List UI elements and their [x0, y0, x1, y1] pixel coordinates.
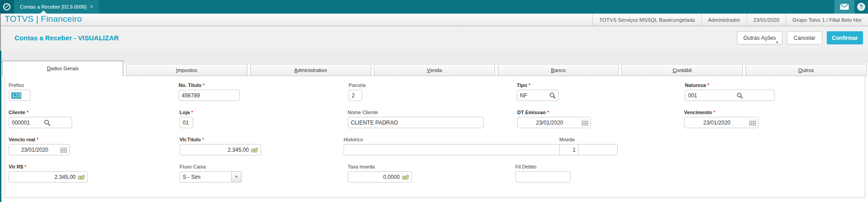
top-bar: Contas a Receber [02.9.0006] × ?	[0, 0, 868, 14]
close-tab-icon[interactable]: ×	[90, 4, 93, 10]
totvs-logo-icon[interactable]	[0, 0, 14, 14]
required-asterisk: *	[713, 110, 715, 115]
calendar-icon[interactable]	[749, 120, 756, 125]
vlr-titulo-field: Vlr.Titulo*	[179, 137, 261, 155]
nome-cliente-input[interactable]	[348, 117, 484, 128]
no-titulo-label: No. Titulo	[179, 82, 202, 88]
loja-input[interactable]	[179, 117, 193, 128]
vencto-real-label: Vencto real	[9, 137, 35, 142]
nome-cliente-label: Nome Cliente	[348, 110, 484, 115]
contas-a-receber-page: Contas a Receber [02.9.0006] × ? TOTVS |…	[0, 0, 868, 202]
dt-emissao-input[interactable]	[517, 117, 591, 128]
dados-gerais-panel: Prefixo 123 No. Titulo* Parcela Tipo* Na…	[5, 76, 865, 198]
other-actions-label: Outras Ações	[743, 35, 776, 41]
vlr-rs-field: Vlr R$*	[9, 164, 88, 183]
tipo-field: Tipo*	[517, 82, 558, 101]
company-branch-label[interactable]: Grupo Totvs 1 / Filial Belo Hor	[786, 14, 868, 26]
toolbar-buttons: Outras Ações ▼ Cancelar Confirmar	[737, 31, 863, 44]
form-tabs: Dados Gerais Impostos Administrativo Ven…	[2, 61, 867, 76]
money-icon[interactable]	[78, 174, 85, 180]
calendar-icon[interactable]	[582, 120, 588, 125]
fluxo-caixa-select[interactable]: S - Sim	[179, 171, 232, 183]
search-icon[interactable]	[549, 92, 556, 99]
search-icon[interactable]	[44, 120, 50, 126]
no-titulo-input[interactable]	[179, 90, 240, 101]
cliente-label: Cliente	[9, 110, 25, 115]
fil-debito-label: Fil.Debito	[515, 164, 571, 169]
chevron-down-icon[interactable]: ▼	[232, 171, 242, 183]
brand-title: TOTVS | Financeiro	[5, 14, 82, 24]
required-asterisk: *	[37, 137, 39, 142]
required-asterisk: *	[529, 82, 530, 88]
money-icon[interactable]	[251, 147, 258, 153]
brand-header: TOTVS | Financeiro TOTVS Serviços MSSQL …	[0, 14, 868, 26]
vlr-rs-label: Vlr R$	[9, 164, 23, 169]
parcela-field: Parcela	[349, 82, 362, 101]
loja-field: Loja*	[179, 110, 193, 128]
cliente-field: Cliente*	[9, 110, 72, 128]
search-icon[interactable]	[737, 92, 743, 99]
required-asterisk: *	[24, 164, 26, 169]
vencimento-input[interactable]	[684, 117, 759, 128]
required-asterisk: *	[191, 110, 193, 115]
content-left-edge	[0, 51, 1, 202]
natureza-label: Natureza	[685, 82, 706, 88]
no-titulo-field: No. Titulo*	[179, 82, 240, 101]
selected-text: 123	[11, 92, 21, 99]
fluxo-caixa-field: Fluxo Caixa S - Sim ▼	[179, 164, 242, 183]
money-icon[interactable]	[402, 174, 409, 180]
moeda-label: Moeda	[559, 137, 579, 142]
calendar-icon[interactable]	[60, 147, 67, 153]
chevron-down-icon: ▼	[776, 41, 779, 44]
prefixo-input[interactable]: 123	[9, 90, 30, 101]
title-toolbar: Contas a Receber - VISUALIZAR Outras Açõ…	[0, 26, 868, 51]
parcela-input[interactable]	[349, 90, 362, 101]
natureza-input[interactable]	[685, 90, 775, 101]
fil-debito-input[interactable]	[515, 171, 571, 183]
vencimento-field: Vencimento*	[684, 110, 759, 128]
tab-label: Contas a Receber [02.9.0006]	[20, 4, 87, 10]
tab-venda[interactable]: Venda	[374, 64, 495, 76]
session-date-label[interactable]: 23/01/2020	[747, 14, 786, 26]
prefixo-field: Prefixo 123	[9, 82, 30, 101]
loja-label: Loja	[179, 110, 190, 115]
parcela-label: Parcela	[349, 82, 362, 88]
user-label[interactable]: Administrador	[701, 14, 747, 26]
tab-impostos[interactable]: Impostos	[126, 64, 247, 76]
tab-banco[interactable]: Banco	[498, 64, 619, 76]
vencto-real-field: Vencto real*	[9, 137, 70, 155]
confirm-button[interactable]: Confirmar	[827, 31, 863, 44]
taxa-moeda-field: Taxa moeda	[348, 164, 412, 183]
fluxo-caixa-label: Fluxo Caixa	[179, 164, 242, 169]
mail-icon[interactable]	[834, 0, 854, 14]
help-icon[interactable]: ?	[857, 3, 865, 11]
vlr-titulo-input[interactable]	[179, 144, 261, 155]
prefixo-label: Prefixo	[9, 82, 30, 88]
dt-emissao-label: DT Emissao	[517, 110, 546, 115]
required-asterisk: *	[707, 82, 709, 88]
page-title: Contas a Receber - VISUALIZAR	[15, 34, 119, 42]
required-asterisk: *	[203, 82, 205, 88]
natureza-field: Natureza*	[685, 82, 775, 101]
nome-cliente-field: Nome Cliente	[348, 110, 484, 128]
fil-debito-field: Fil.Debito	[515, 164, 571, 183]
moeda-input[interactable]	[559, 144, 579, 155]
cliente-input[interactable]	[9, 117, 72, 128]
tab-contabil[interactable]: Contábil	[621, 64, 742, 76]
open-program-tab[interactable]: Contas a Receber [02.9.0006] ×	[15, 0, 99, 14]
taxa-moeda-label: Taxa moeda	[348, 164, 412, 169]
required-asterisk: *	[202, 137, 204, 142]
tab-administrativo[interactable]: Administrativo	[250, 64, 371, 76]
cancel-button[interactable]: Cancelar	[787, 31, 822, 44]
required-asterisk: *	[27, 110, 29, 115]
tipo-label: Tipo	[517, 82, 527, 88]
tab-dados-gerais[interactable]: Dados Gerais	[2, 61, 123, 76]
required-asterisk: *	[547, 110, 549, 115]
other-actions-button[interactable]: Outras Ações ▼	[737, 31, 782, 44]
session-info-bar: TOTVS Serviços MSSQL Basecongelada Admin…	[592, 14, 868, 26]
vlr-titulo-label: Vlr.Titulo	[179, 137, 201, 142]
tab-outros[interactable]: Outros	[746, 64, 867, 76]
vlr-rs-input[interactable]	[9, 171, 88, 183]
dt-emissao-field: DT Emissao*	[517, 110, 591, 128]
moeda-field: Moeda	[559, 137, 579, 155]
